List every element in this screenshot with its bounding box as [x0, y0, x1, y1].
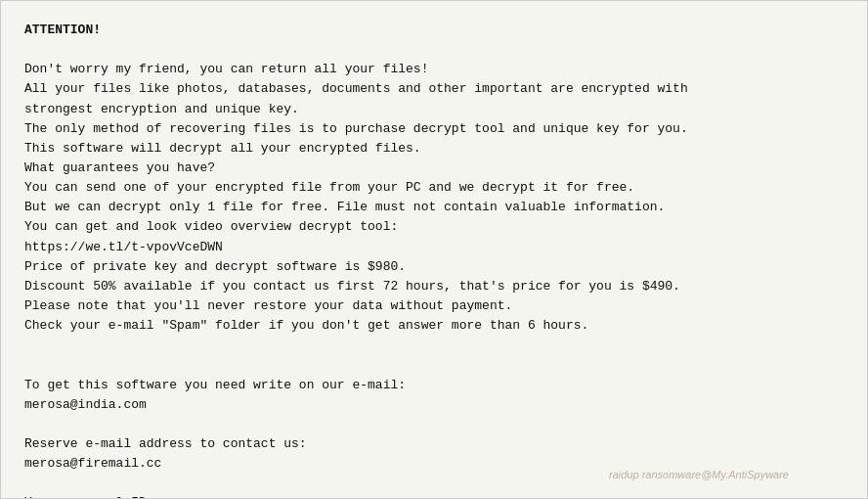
line-discount: Discount 50% available if you contact us…	[24, 277, 844, 296]
line-blank-1	[24, 40, 844, 60]
line-one-file: But we can decrypt only 1 file for free.…	[24, 198, 844, 217]
line-guarantees: What guarantees you have?	[24, 159, 844, 178]
line-blank-3	[24, 355, 844, 375]
line-only-method: The only method of recovering files is t…	[24, 119, 844, 139]
attention-heading: ATTENTION!	[24, 21, 844, 40]
line-url: https://we.tl/t-vpovVceDWN	[24, 238, 844, 257]
line-contact-intro: To get this software you need write on o…	[24, 376, 844, 395]
line-software-decrypt: This software will decrypt all your encr…	[24, 139, 844, 159]
line-encrypted: All your files like photos, databases, d…	[24, 79, 844, 99]
line-blank-2	[24, 336, 844, 355]
line-personal-id: Your personal ID:	[24, 493, 844, 498]
line-email-reserve: merosa@firemail.cc	[24, 454, 844, 474]
line-video: You can get and look video overview decr…	[24, 217, 844, 237]
line-reserve-intro: Reserve e-mail address to contact us:	[24, 434, 844, 454]
main-window: ATTENTION! Don't worry my friend, you ca…	[0, 0, 868, 499]
message-body: Don't worry my friend, you can return al…	[24, 40, 844, 498]
line-send-file: You can send one of your encrypted file …	[24, 178, 844, 198]
line-intro: Don't worry my friend, you can return al…	[24, 60, 844, 79]
line-blank-4	[24, 415, 844, 434]
line-blank-5	[24, 474, 844, 493]
line-email-primary: merosa@india.com	[24, 395, 844, 415]
line-spam: Check your e-mail "Spam" folder if you d…	[24, 316, 844, 336]
content-area: ATTENTION! Don't worry my friend, you ca…	[1, 1, 867, 498]
line-restore: Please note that you'll never restore yo…	[24, 296, 844, 316]
line-price: Price of private key and decrypt softwar…	[24, 257, 844, 277]
line-encryption-key: strongest encryption and unique key.	[24, 100, 844, 119]
